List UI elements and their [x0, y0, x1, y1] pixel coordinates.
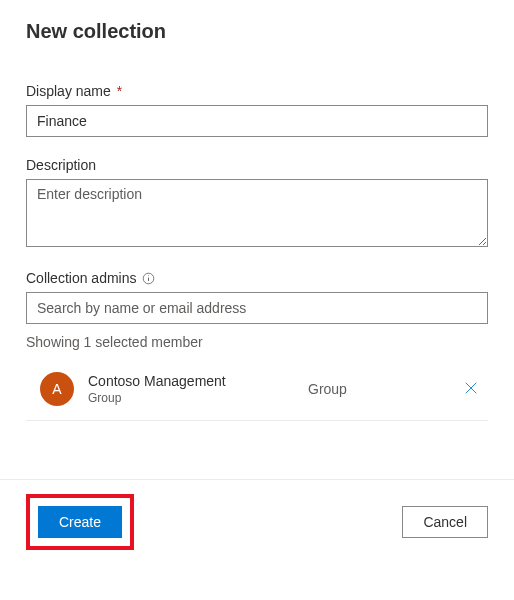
page-title: New collection — [26, 20, 488, 43]
selected-member-count: Showing 1 selected member — [26, 334, 488, 350]
info-icon[interactable] — [142, 271, 156, 285]
display-name-field-group: Display name * — [26, 83, 488, 137]
display-name-input[interactable] — [26, 105, 488, 137]
member-name: Contoso Management — [88, 373, 258, 389]
required-marker: * — [117, 83, 122, 99]
display-name-label-text: Display name — [26, 83, 111, 99]
member-row: A Contoso Management Group Group — [26, 364, 488, 421]
member-subtype: Group — [88, 391, 258, 405]
description-textarea[interactable] — [26, 179, 488, 247]
create-button[interactable]: Create — [38, 506, 122, 538]
member-info: Contoso Management Group — [88, 373, 258, 405]
display-name-label: Display name * — [26, 83, 488, 99]
description-field-group: Description — [26, 157, 488, 250]
footer-actions: Create Cancel — [26, 480, 488, 550]
remove-member-button[interactable] — [458, 375, 484, 404]
cancel-button[interactable]: Cancel — [402, 506, 488, 538]
create-highlight: Create — [26, 494, 134, 550]
collection-admins-label: Collection admins — [26, 270, 137, 286]
avatar: A — [40, 372, 74, 406]
svg-point-2 — [148, 275, 149, 276]
member-type: Group — [308, 381, 458, 397]
description-label: Description — [26, 157, 488, 173]
collection-admins-search-input[interactable] — [26, 292, 488, 324]
collection-admins-field-group: Collection admins Showing 1 selected mem… — [26, 270, 488, 421]
close-icon — [464, 381, 478, 398]
